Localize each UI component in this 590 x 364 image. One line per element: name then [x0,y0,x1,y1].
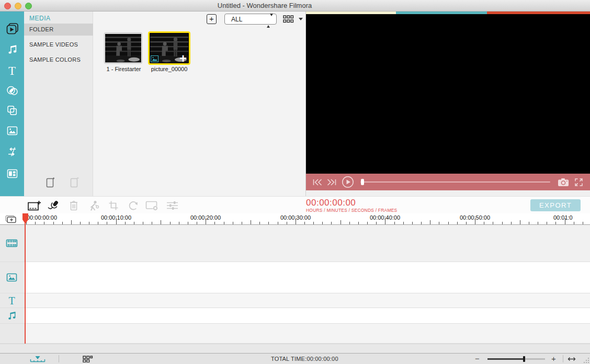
horizontal-scroll-button[interactable] [567,356,576,362]
render-settings-button[interactable] [144,199,161,212]
previous-frame-button[interactable] [312,179,323,186]
resize-grip-icon[interactable] [583,357,589,363]
add-to-timeline-button[interactable] [26,199,42,212]
track-row-music[interactable] [0,308,590,324]
seek-track [360,181,550,183]
ruler-label: 00:00:00:00 [27,214,57,221]
snapshot-button[interactable] [558,178,569,187]
playhead-line [25,222,26,344]
track-manager-icon [83,356,97,362]
remove-file-button[interactable] [69,176,81,189]
filter-selected-value: ALL [231,16,242,23]
play-icon [342,176,354,188]
timeline-toolbar: 00:00:00:00 HOURS / MINUTES / SECONDS / … [0,196,590,213]
image-badge-icon [151,55,158,62]
thumbnail-label: 1 - Firestarter [104,66,143,72]
fit-timeline-icon [29,355,46,362]
transitions-icon [6,85,18,96]
zoom-out-button[interactable]: − [475,354,480,363]
text-track-header: T [0,293,24,308]
text-track-icon: T [8,295,15,306]
next-frame-button[interactable] [326,179,337,186]
grid-view-icon [283,15,297,23]
track-manager-button[interactable] [83,356,97,362]
overlays-icon [7,105,17,116]
adjust-icon [166,201,179,210]
media-thumbnail-firestarter[interactable] [104,32,142,64]
split-button[interactable] [85,199,102,212]
adjust-button[interactable] [164,199,180,212]
chevron-down-icon [299,18,303,20]
music-track-header [0,308,24,323]
media-panel-title: MEDIA [29,15,51,22]
layout-icon [7,169,18,178]
record-voiceover-icon [48,199,60,212]
rotate-button[interactable] [124,199,141,212]
fit-timeline-button[interactable] [29,355,46,362]
image-track-header [0,262,24,293]
media-item-folder[interactable]: FOLDER [24,24,93,36]
media-item-sample-videos[interactable]: SAMPLE VIDEOS [24,39,93,51]
fullscreen-button[interactable] [25,3,32,9]
rotate-icon [128,200,139,211]
status-bar: TOTAL TIME:00:00:00:00 − + [0,353,590,364]
record-voiceover-button[interactable] [46,199,62,212]
add-to-timeline-icon [27,200,41,212]
timeline-zoom-slider[interactable] [487,358,545,360]
horizontal-scroll-icon [567,356,576,362]
sidebar-item-split-screen[interactable] [0,142,24,161]
export-button[interactable]: EXPORT [530,199,581,211]
manage-tracks-icon [5,215,18,224]
window-title: Untitled - Wondershare Filmora [218,2,312,9]
thumbnail-label: picture_00000 [148,66,190,72]
empty-track-header [0,324,24,343]
sidebar-item-transitions[interactable] [0,81,24,100]
view-mode-button[interactable] [283,15,303,23]
track-row-video[interactable] [0,225,590,262]
sidebar-item-media[interactable] [0,19,24,38]
import-media-button[interactable]: + [207,14,217,24]
media-item-sample-colors[interactable]: SAMPLE COLORS [24,54,93,66]
filmora-window: Untitled - Wondershare Filmora T [0,0,590,364]
sidebar-item-layout[interactable] [0,164,24,183]
timeline-ruler[interactable]: 00:00:00:00 00:00:10:00 00:00:20:00 00:0… [0,213,590,225]
render-settings-icon [145,200,160,211]
fullscreen-button[interactable] [574,178,583,187]
select-stepper-icon [267,16,273,26]
seek-handle[interactable] [361,179,364,185]
track-row-image[interactable] [0,262,590,293]
play-button[interactable] [342,176,354,188]
sidebar-item-text[interactable]: T [0,61,24,80]
delete-button[interactable] [65,199,82,212]
close-button[interactable] [4,3,11,9]
zoom-slider-handle[interactable] [523,356,525,362]
split-icon [88,200,100,212]
media-browser: + ALL + 1 - Firesta [93,12,305,196]
preview-panel [305,12,590,196]
sidebar: T [0,12,24,196]
preview-screen [306,14,590,174]
previous-frame-icon [312,179,323,186]
crop-button[interactable] [105,199,122,212]
sidebar-item-elements[interactable] [0,121,24,140]
sidebar-item-overlays[interactable] [0,101,24,120]
titlebar: Untitled - Wondershare Filmora [0,0,590,12]
track-row-text[interactable]: T [0,293,590,308]
status-divider [59,355,59,362]
track-row-empty[interactable] [0,324,590,344]
elements-icon [7,126,18,135]
fullscreen-icon [574,178,583,187]
total-time-label: TOTAL TIME:00:00:00:00 [271,356,338,362]
add-file-button[interactable] [45,176,56,189]
sidebar-item-music[interactable] [0,40,24,59]
image-track-icon [6,273,17,282]
zoom-in-button[interactable]: + [551,354,556,363]
media-filter-select[interactable]: ALL [224,14,277,25]
media-library-icon [6,22,19,35]
ruler-label: 00:01:0 [553,214,573,221]
seek-slider[interactable] [360,179,550,185]
timeline-scrollbar[interactable] [0,344,590,353]
media-thumbnail-picture-selected[interactable]: + [148,31,190,65]
add-track-button[interactable] [5,215,18,224]
minimize-button[interactable] [15,3,21,9]
